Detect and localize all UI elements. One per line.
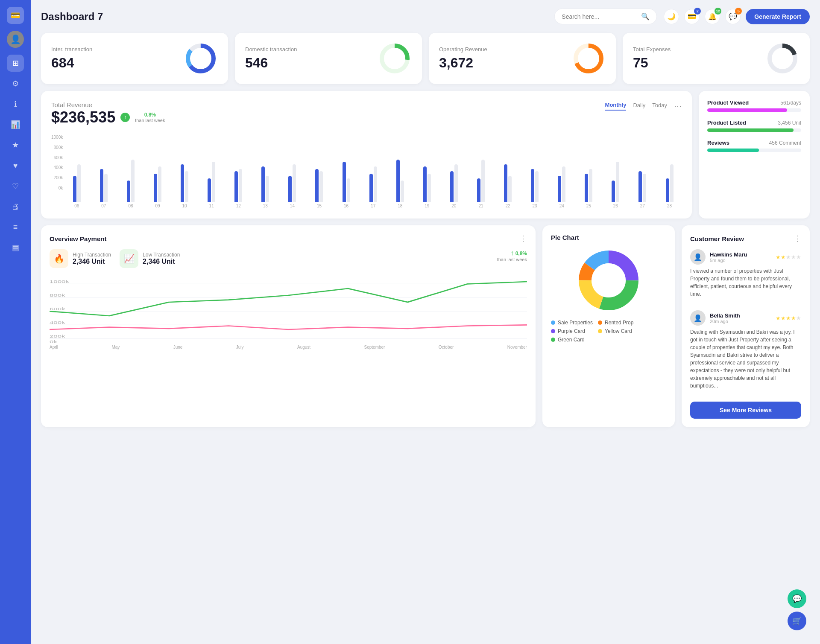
sidebar-item-favorites[interactable]: ♥ <box>7 157 24 174</box>
bar-blue[interactable] <box>396 160 400 202</box>
bar-blue[interactable] <box>181 164 184 202</box>
bar-blue[interactable] <box>585 174 588 202</box>
header: Dashboard 7 🔍 🌙 💳 2 🔔 12 💬 5 Generate Re… <box>41 9 810 24</box>
review-text: Dealing with Syamsudin and Bakri was a j… <box>690 328 801 390</box>
sidebar-item-wishlist[interactable]: ♡ <box>7 178 24 195</box>
messages-button[interactable]: 💬 5 <box>725 9 741 24</box>
bar-pair <box>423 146 431 202</box>
bar-gray <box>131 160 135 202</box>
low-transaction-info: Low Transaction 2,346 Unit <box>143 252 180 265</box>
stat-card-revenue-chart <box>571 41 606 76</box>
bar-gray <box>428 174 431 202</box>
stat-card-revenue: Operating Revenue 3,672 <box>429 33 616 84</box>
review-text: I viewed a number of properties with Jus… <box>690 267 801 298</box>
sidebar-item-analytics[interactable]: 📊 <box>7 116 24 133</box>
sidebar-item-info[interactable]: ℹ <box>7 96 24 113</box>
sidebar-logo[interactable]: 💳 <box>7 7 24 24</box>
sidebar-item-list[interactable]: ▤ <box>7 239 24 256</box>
sidebar-item-menu[interactable]: ≡ <box>7 219 24 236</box>
bar-blue[interactable] <box>450 171 454 202</box>
sidebar-item-print[interactable]: 🖨 <box>7 198 24 215</box>
metric-header: Reviews 456 Comment <box>707 140 801 146</box>
bar-gray <box>104 174 108 202</box>
bar-group: 15 <box>307 146 331 208</box>
wallet-button[interactable]: 💳 2 <box>684 9 700 24</box>
bar-pair <box>369 146 377 202</box>
bar-blue[interactable] <box>315 169 319 202</box>
overview-more-button[interactable]: ⋮ <box>519 234 527 243</box>
bar-blue[interactable] <box>343 162 346 202</box>
bar-x-label: 21 <box>478 204 483 208</box>
search-input[interactable] <box>562 13 638 20</box>
bar-group: 08 <box>118 146 143 208</box>
bar-blue[interactable] <box>100 169 103 202</box>
sidebar-item-dashboard[interactable]: ⊞ <box>7 55 24 72</box>
pie-title: Pie Chart <box>551 234 579 241</box>
see-more-reviews-button[interactable]: See More Reviews <box>690 402 801 419</box>
overview-trend-val: ↑ 0,8% <box>510 249 527 257</box>
dark-mode-button[interactable]: 🌙 <box>664 9 679 24</box>
bar-blue[interactable] <box>477 178 480 202</box>
review-name: Bella Smith <box>710 312 740 319</box>
review-name: Hawkins Maru <box>710 251 747 258</box>
bar-gray <box>77 164 81 202</box>
reviews-more-button[interactable]: ⋮ <box>794 234 801 243</box>
legend-label-purple: Purple Card <box>558 328 585 334</box>
bar-blue[interactable] <box>666 178 669 202</box>
bar-x-label: 07 <box>101 204 106 208</box>
bar-blue[interactable] <box>531 169 534 202</box>
bar-x-label: 15 <box>317 204 322 208</box>
metric-bar-bg <box>707 108 801 112</box>
revenue-amount-row: $236,535 ↑ 0.8% than last week <box>51 108 165 126</box>
bottom-grid: Overview Payment ⋮ 🔥 High Transaction 2,… <box>41 225 810 427</box>
bar-group: 25 <box>577 146 601 208</box>
sidebar-item-star[interactable]: ★ <box>7 137 24 154</box>
stat-card-revenue-info: Operating Revenue 3,672 <box>439 46 487 71</box>
tab-today[interactable]: Today <box>652 102 667 110</box>
bar-x-label: 09 <box>155 204 160 208</box>
trend-up-arrow: ↑ <box>120 113 130 122</box>
bar-gray <box>643 174 646 202</box>
bar-blue[interactable] <box>288 176 292 202</box>
tab-monthly[interactable]: Monthly <box>605 102 627 111</box>
chat-fab-button[interactable]: 💬 <box>788 589 806 608</box>
tab-daily[interactable]: Daily <box>633 102 645 110</box>
bar-blue[interactable] <box>638 171 642 202</box>
stat-card-expenses-info: Total Expenses 75 <box>633 46 671 71</box>
bar-blue[interactable] <box>208 178 211 202</box>
notifications-button[interactable]: 🔔 12 <box>705 9 720 24</box>
bar-blue[interactable] <box>369 174 373 202</box>
bar-blue[interactable] <box>73 176 76 202</box>
bar-blue[interactable] <box>423 166 427 202</box>
review-item: 👤 Hawkins Maru 5m ago ★★★★★ I viewed a n… <box>690 249 801 304</box>
sidebar-item-settings[interactable]: ⚙ <box>7 75 24 92</box>
bar-blue[interactable] <box>558 176 561 202</box>
bar-blue[interactable] <box>127 181 130 202</box>
bell-badge: 12 <box>715 8 721 15</box>
cart-fab-button[interactable]: 🛒 <box>788 612 806 630</box>
tab-more-button[interactable]: ⋯ <box>674 101 682 111</box>
bar-blue[interactable] <box>612 181 615 202</box>
review-top: 👤 Bella Smith 20m ago ★★★★★ <box>690 310 801 326</box>
bar-chart: 06 07 08 09 10 11 <box>64 140 682 208</box>
overview-trend: ↑ 0,8% than last week <box>497 249 527 268</box>
bar-gray <box>481 160 485 202</box>
y-label-1000k: 1000k <box>51 135 63 140</box>
avatar[interactable]: 👤 <box>7 31 24 48</box>
low-transaction-stat: 📈 Low Transaction 2,346 Unit <box>120 249 180 268</box>
high-transaction-value: 2,346 Unit <box>73 258 111 265</box>
bar-group: 09 <box>145 146 170 208</box>
bar-blue[interactable] <box>261 166 265 202</box>
metrics-panel: Product Viewed 561/days Product Listed 3… <box>699 91 810 219</box>
bar-blue[interactable] <box>504 164 507 202</box>
review-top: 👤 Hawkins Maru 5m ago ★★★★★ <box>690 249 801 265</box>
bar-gray <box>454 164 458 202</box>
pie-chart-card: Pie Chart Sale Properties <box>542 225 675 427</box>
bar-blue[interactable] <box>234 171 238 202</box>
low-transaction-icon: 📈 <box>120 249 138 268</box>
generate-report-button[interactable]: Generate Report <box>746 9 810 24</box>
search-bar[interactable]: 🔍 <box>554 9 657 24</box>
bar-x-label: 19 <box>425 204 429 208</box>
bar-blue[interactable] <box>154 174 157 202</box>
metric-value: 561/days <box>780 100 801 106</box>
